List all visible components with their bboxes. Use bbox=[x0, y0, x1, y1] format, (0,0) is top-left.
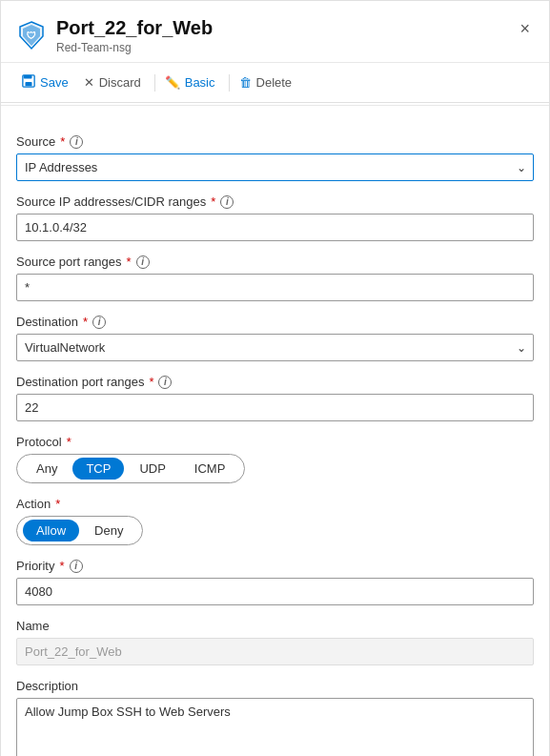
page-title: Port_22_for_Web bbox=[56, 16, 213, 39]
destination-select[interactable]: VirtualNetwork Any IP Addresses Service … bbox=[16, 334, 534, 361]
source-port-field-group: Source port ranges * i bbox=[16, 255, 534, 301]
destination-port-info-icon[interactable]: i bbox=[158, 376, 172, 389]
source-select-wrapper: IP Addresses Any Service Tag My IP addre… bbox=[16, 153, 534, 181]
destination-port-label: Destination port ranges * i bbox=[16, 375, 534, 389]
source-port-required: * bbox=[127, 255, 132, 269]
priority-field-group: Priority * i bbox=[16, 559, 534, 605]
priority-info-icon[interactable]: i bbox=[70, 560, 83, 573]
description-textarea[interactable] bbox=[16, 698, 534, 756]
description-field-group: Description bbox=[16, 679, 534, 756]
priority-label: Priority * i bbox=[16, 559, 534, 573]
source-port-label: Source port ranges * i bbox=[16, 255, 534, 269]
destination-info-icon[interactable]: i bbox=[92, 316, 106, 329]
action-deny[interactable]: Deny bbox=[81, 520, 136, 541]
protocol-icmp[interactable]: ICMP bbox=[181, 458, 239, 480]
action-required: * bbox=[55, 497, 60, 511]
name-field-group: Name bbox=[16, 619, 534, 665]
destination-port-required: * bbox=[149, 375, 153, 389]
source-label: Source * i bbox=[16, 134, 534, 149]
destination-label: Destination * i bbox=[16, 315, 534, 329]
header-left: 🛡 Port_22_for_Web Red-Team-nsg bbox=[16, 16, 213, 54]
source-port-info-icon[interactable]: i bbox=[136, 255, 150, 269]
source-required: * bbox=[60, 134, 65, 149]
form-content: Source * i IP Addresses Any Service Tag … bbox=[1, 119, 549, 756]
source-ip-info-icon[interactable]: i bbox=[220, 195, 234, 209]
svg-text:🛡: 🛡 bbox=[27, 31, 36, 41]
destination-field-group: Destination * i VirtualNetwork Any IP Ad… bbox=[16, 315, 534, 361]
action-group: Allow Deny bbox=[16, 516, 143, 545]
destination-port-input[interactable] bbox=[16, 394, 534, 421]
header-title-block: Port_22_for_Web Red-Team-nsg bbox=[56, 16, 213, 54]
destination-required: * bbox=[83, 315, 88, 329]
toolbar-divider-line bbox=[1, 105, 549, 106]
action-allow[interactable]: Allow bbox=[23, 520, 79, 541]
toolbar: Save ✕ Discard ✏️ Basic 🗑 Delete bbox=[1, 63, 549, 103]
source-ip-field-group: Source IP addresses/CIDR ranges * i bbox=[16, 194, 534, 241]
action-field-group: Action * Allow Deny bbox=[16, 497, 534, 545]
panel: 🛡 Port_22_for_Web Red-Team-nsg × Save ✕ … bbox=[0, 0, 550, 756]
destination-port-field-group: Destination port ranges * i bbox=[16, 375, 534, 421]
protocol-tcp[interactable]: TCP bbox=[72, 458, 124, 480]
name-input[interactable] bbox=[16, 638, 534, 665]
source-ip-required: * bbox=[211, 194, 215, 209]
description-label: Description bbox=[16, 679, 534, 693]
page-subtitle: Red-Team-nsg bbox=[56, 41, 213, 54]
header: 🛡 Port_22_for_Web Red-Team-nsg × bbox=[1, 1, 549, 63]
protocol-required: * bbox=[67, 435, 71, 449]
source-info-icon[interactable]: i bbox=[70, 135, 83, 149]
source-port-input[interactable] bbox=[16, 274, 534, 301]
source-ip-label: Source IP addresses/CIDR ranges * i bbox=[16, 194, 534, 209]
protocol-field-group: Protocol * Any TCP UDP ICMP bbox=[16, 435, 534, 483]
destination-select-wrapper: VirtualNetwork Any IP Addresses Service … bbox=[16, 334, 534, 361]
discard-button[interactable]: ✕ Discard bbox=[78, 72, 151, 93]
close-button[interactable]: × bbox=[516, 16, 534, 41]
source-select[interactable]: IP Addresses Any Service Tag My IP addre… bbox=[16, 153, 534, 181]
basic-icon: ✏️ bbox=[165, 75, 180, 90]
source-field-group: Source * i IP Addresses Any Service Tag … bbox=[16, 134, 534, 181]
delete-button[interactable]: 🗑 Delete bbox=[234, 72, 302, 93]
name-label: Name bbox=[16, 619, 534, 633]
priority-input[interactable] bbox=[16, 578, 534, 605]
delete-icon: 🗑 bbox=[239, 75, 252, 90]
protocol-udp[interactable]: UDP bbox=[126, 458, 178, 480]
save-button[interactable]: Save bbox=[16, 71, 78, 94]
toolbar-divider-2 bbox=[229, 74, 230, 92]
protocol-any[interactable]: Any bbox=[23, 458, 71, 480]
discard-icon: ✕ bbox=[84, 75, 94, 90]
basic-button[interactable]: ✏️ Basic bbox=[159, 72, 225, 93]
action-label: Action * bbox=[16, 497, 534, 511]
shield-icon: 🛡 bbox=[16, 20, 47, 51]
source-ip-input[interactable] bbox=[16, 214, 534, 241]
protocol-group: Any TCP UDP ICMP bbox=[16, 454, 245, 483]
protocol-label: Protocol * bbox=[16, 435, 534, 449]
toolbar-divider bbox=[154, 74, 155, 92]
svg-rect-5 bbox=[26, 82, 32, 86]
save-icon bbox=[22, 74, 35, 91]
priority-required: * bbox=[59, 559, 64, 573]
